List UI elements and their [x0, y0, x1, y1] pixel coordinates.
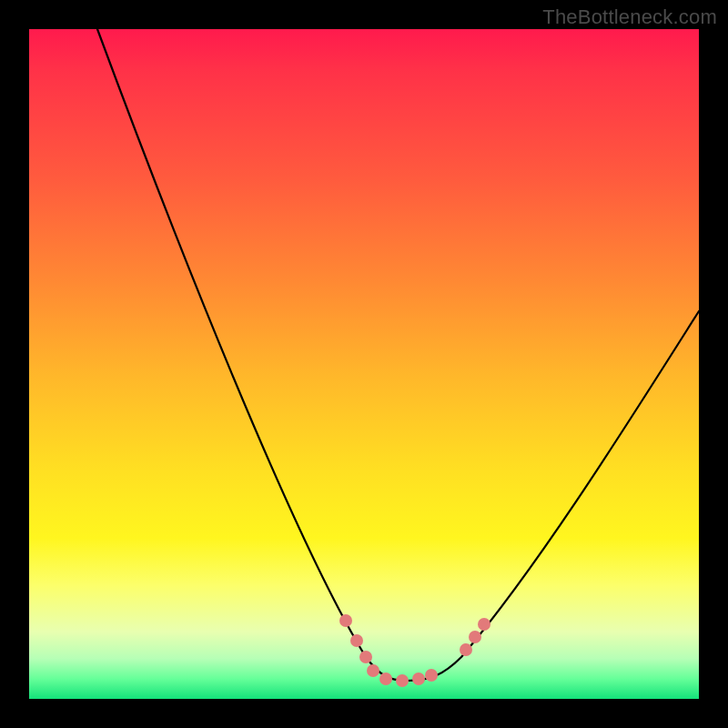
curve-marker: [367, 664, 379, 677]
curve-marker: [469, 631, 481, 643]
bottleneck-curve: [97, 29, 699, 681]
watermark-label: TheBottleneck.com: [542, 5, 717, 29]
curve-marker: [359, 651, 372, 663]
curve-svg: [29, 29, 699, 699]
chart-frame: TheBottleneck.com: [0, 0, 728, 728]
curve-marker: [425, 669, 438, 682]
curve-marker: [460, 643, 472, 656]
curve-marker: [379, 672, 392, 685]
curve-marker: [412, 672, 425, 685]
curve-marker: [339, 614, 352, 627]
curve-marker: [350, 634, 363, 647]
curve-marker: [478, 618, 490, 631]
curve-marker: [396, 674, 409, 687]
plot-area: [29, 29, 699, 699]
